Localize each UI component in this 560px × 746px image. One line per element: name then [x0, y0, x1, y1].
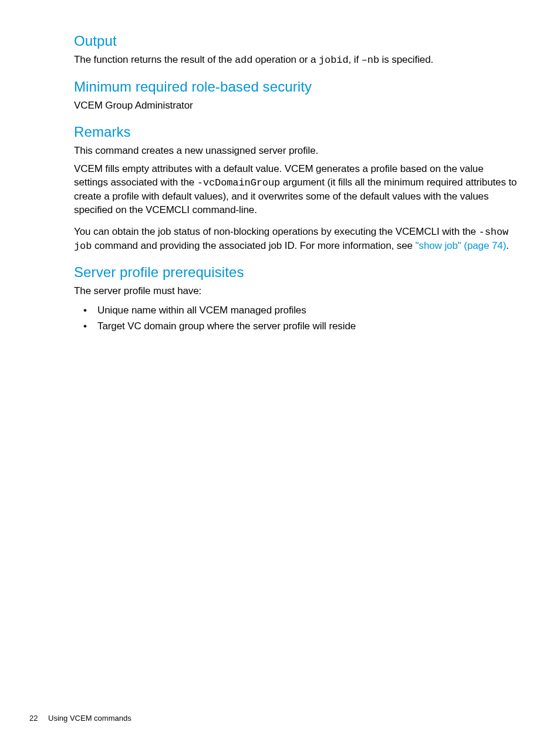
- document-page: Output The function returns the result o…: [0, 0, 560, 746]
- page-number: 22: [29, 714, 38, 723]
- text-fragment: You can obtain the job status of non-blo…: [74, 226, 479, 237]
- heading-remarks: Remarks: [74, 123, 519, 141]
- list-item: Target VC domain group where the server …: [97, 319, 519, 334]
- text-fragment: .: [506, 240, 509, 251]
- page-footer: 22 Using VCEM commands: [29, 714, 131, 723]
- code-add: add: [235, 55, 252, 66]
- code-nb: –nb: [362, 55, 379, 66]
- heading-security: Minimum required role-based security: [74, 78, 519, 96]
- para-remarks-2: VCEM fills empty attributes with a defau…: [74, 163, 519, 217]
- para-output: The function returns the result of the a…: [74, 53, 519, 67]
- text-fragment: command and providing the associated job…: [92, 240, 415, 251]
- heading-prereq: Server profile prerequisites: [74, 264, 519, 281]
- para-remarks-3: You can obtain the job status of non-blo…: [74, 225, 519, 254]
- code-jobid: jobid: [319, 55, 349, 66]
- code-vcdomaingroup: -vcDomainGroup: [197, 177, 280, 188]
- text-fragment: operation or a: [252, 54, 319, 65]
- list-prereq: Unique name within all VCEM managed prof…: [74, 303, 519, 334]
- para-remarks-1: This command creates a new unassigned se…: [74, 144, 519, 158]
- heading-output: Output: [74, 32, 519, 50]
- chapter-title: Using VCEM commands: [48, 714, 131, 723]
- link-show-job[interactable]: "show job" (page 74): [416, 240, 507, 251]
- para-prereq-intro: The server profile must have:: [74, 285, 519, 298]
- text-fragment: is specified.: [379, 54, 433, 65]
- text-fragment: The function returns the result of the: [74, 54, 235, 65]
- list-item: Unique name within all VCEM managed prof…: [97, 303, 519, 318]
- para-security: VCEM Group Administrator: [74, 99, 519, 113]
- text-fragment: , if: [349, 54, 362, 65]
